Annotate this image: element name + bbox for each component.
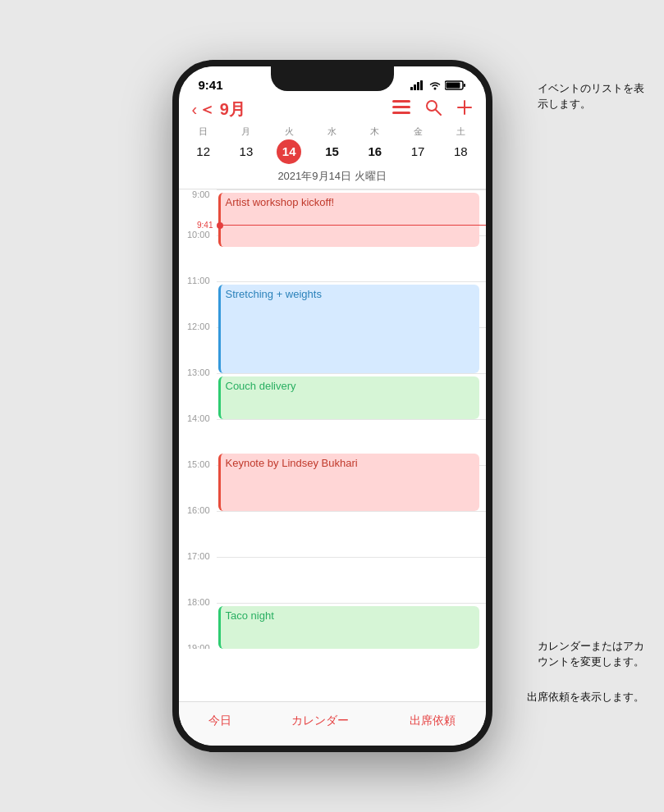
chevron-left-icon: ‹ — [192, 100, 198, 119]
tab-bar: 今日 カレンダー 出席依頼 — [179, 701, 486, 746]
time-label-11: 11:00 — [179, 276, 217, 327]
event-stretching[interactable]: Stretching + weights — [218, 285, 479, 373]
time-row-17: 17:00 — [179, 557, 486, 603]
selected-date-label: 2021年9月14日 火曜日 — [179, 167, 486, 189]
wifi-icon — [428, 80, 442, 90]
tab-calendar[interactable]: カレンダー — [291, 714, 349, 728]
svg-line-18 — [436, 110, 441, 115]
day-label-2: 火 14 — [268, 125, 310, 164]
day-label-4: 木 16 — [354, 125, 396, 164]
phone-frame: 9:41 — [172, 60, 492, 752]
outer-wrapper: イベントのリストを表 示します。 カレンダーまたはアカ ウントを変更します。 出… — [0, 0, 664, 812]
weekday-mon: 月 — [225, 125, 268, 139]
svg-rect-8 — [417, 82, 419, 90]
svg-rect-9 — [420, 80, 423, 90]
nav-header: ‹ ＜ 9月 — [179, 95, 486, 125]
svg-rect-16 — [392, 112, 410, 114]
weekday-sat: 土 — [439, 125, 482, 139]
time-label-19: 19:00 — [179, 643, 217, 649]
time-label-10: 10:00 — [179, 230, 217, 281]
svg-rect-15 — [392, 106, 410, 108]
day-label-6: 土 18 — [439, 125, 482, 164]
status-time: 9:41 — [199, 78, 223, 92]
search-icon[interactable] — [425, 99, 442, 120]
week-date-13[interactable]: 13 — [234, 139, 259, 164]
time-label-17: 17:00 — [179, 551, 217, 603]
day-label-1: 月 13 — [225, 125, 268, 164]
list-icon[interactable] — [392, 100, 410, 119]
time-label-16: 16:00 — [179, 505, 217, 557]
signal-icon — [410, 80, 425, 90]
event-couch-delivery[interactable]: Couch delivery — [218, 376, 479, 419]
timeline-inner: 9:00 10:00 11:00 12:00 — [179, 189, 486, 649]
current-time-label: 9:41 — [179, 221, 217, 230]
weekday-thu: 木 — [354, 125, 396, 139]
callout-inbox: 出席依頼を表示します。 — [527, 673, 644, 705]
time-label-12: 12:00 — [179, 322, 217, 373]
nav-back-label: ＜ 9月 — [199, 98, 245, 121]
tab-inbox[interactable]: 出席依頼 — [410, 714, 456, 728]
day-label-5: 金 17 — [396, 125, 439, 164]
week-date-14-today[interactable]: 14 — [277, 139, 301, 164]
current-time-dot — [217, 222, 223, 229]
time-label-13: 13:00 — [179, 367, 217, 419]
svg-point-10 — [433, 87, 436, 89]
event-title-4: Keynote by Lindsey Bukhari — [226, 457, 358, 469]
weekday-tue: 火 — [268, 125, 310, 139]
status-icons — [410, 80, 466, 90]
week-header: 日 12 月 13 火 14 水 15 木 16 — [179, 125, 486, 164]
event-title-3: Couch delivery — [226, 380, 296, 392]
event-title-2: Stretching + weights — [226, 288, 322, 300]
timeline[interactable]: 9:00 10:00 11:00 12:00 — [179, 189, 486, 649]
add-icon[interactable] — [456, 99, 473, 120]
event-title-5: Taco night — [226, 609, 274, 622]
svg-rect-14 — [392, 100, 410, 103]
event-taco-night[interactable]: Taco night — [218, 606, 479, 649]
week-date-16[interactable]: 16 — [363, 139, 387, 164]
current-time-line — [223, 225, 486, 226]
week-date-15[interactable]: 15 — [319, 139, 344, 164]
current-time-indicator: 9:41 — [179, 221, 486, 230]
svg-rect-7 — [414, 84, 416, 90]
time-label-15: 15:00 — [179, 459, 217, 511]
weekday-fri: 金 — [396, 125, 439, 139]
svg-rect-13 — [464, 84, 465, 87]
time-line-17 — [217, 557, 486, 603]
event-artist-workshop[interactable]: Artist workshop kickoff! — [218, 193, 479, 247]
event-keynote[interactable]: Keynote by Lindsey Bukhari — [218, 454, 479, 511]
battery-icon — [445, 80, 466, 90]
week-date-12[interactable]: 12 — [191, 139, 216, 164]
callout-list-view: イベントのリストを表 示します。 — [538, 64, 644, 112]
time-label-14: 14:00 — [179, 413, 217, 465]
time-label-18: 18:00 — [179, 597, 217, 649]
day-label-0: 日 12 — [182, 125, 225, 164]
svg-point-17 — [427, 101, 437, 111]
week-date-18[interactable]: 18 — [448, 139, 473, 164]
tab-today[interactable]: 今日 — [208, 714, 231, 728]
weekday-wed: 水 — [310, 125, 353, 139]
time-row-16: 16:00 — [179, 511, 486, 557]
callout-calendar-change: カレンダーまたはアカ ウントを変更します。 — [538, 622, 644, 670]
svg-rect-12 — [446, 82, 460, 88]
time-line-16 — [217, 511, 486, 557]
day-label-3: 水 15 — [310, 125, 353, 164]
week-date-17[interactable]: 17 — [405, 139, 430, 164]
nav-icons — [392, 99, 473, 120]
notch — [271, 66, 394, 91]
nav-back-button[interactable]: ‹ ＜ 9月 — [192, 98, 245, 121]
svg-rect-6 — [410, 87, 413, 90]
event-title-1: Artist workshop kickoff! — [226, 196, 335, 208]
phone-screen: 9:41 — [179, 66, 486, 746]
weekday-sun: 日 — [182, 125, 225, 139]
